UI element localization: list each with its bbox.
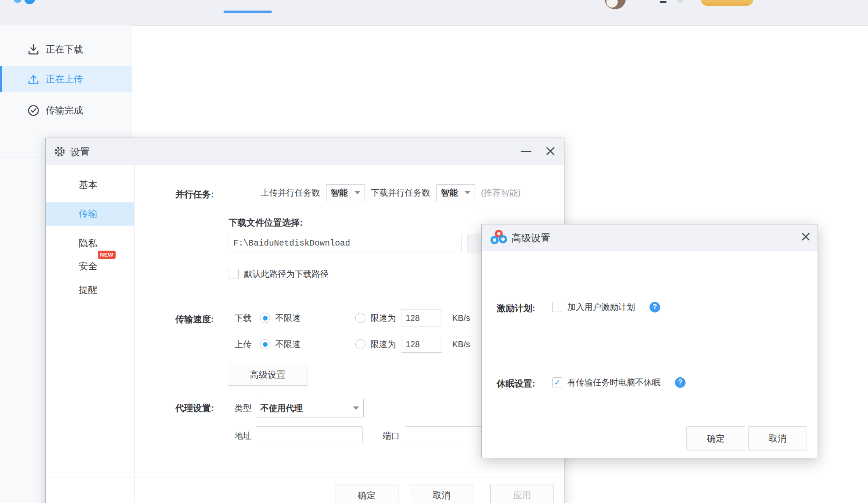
upload-icon	[27, 73, 40, 86]
app-window: 正在下载 正在上传 传输完成 设置	[0, 0, 868, 503]
advanced-dialog-header: 高级设置	[482, 224, 818, 251]
advanced-settings-dialog: 高级设置 激励计划: 加入用户激励计划 ? 休眠设置: 有传输任务时电脑不休眠 …	[481, 224, 818, 458]
speed-unit: KB/s	[452, 313, 470, 323]
advanced-ok-button[interactable]: 确定	[686, 426, 745, 450]
incentive-plan-checkbox[interactable]	[552, 302, 562, 312]
close-icon[interactable]	[800, 231, 811, 242]
speed-row-download: 下载 不限速	[235, 309, 301, 327]
advanced-dialog-title: 高级设置	[511, 232, 550, 245]
tab-label: 传输	[79, 207, 97, 220]
tab-label: 安全	[79, 260, 97, 273]
default-path-label: 默认此路径为下载路径	[244, 268, 329, 280]
tab-label: 提醒	[79, 284, 97, 296]
tab-label: 基本	[79, 179, 97, 191]
settings-tab-privacy[interactable]: 隐私	[46, 232, 134, 255]
select-value: 智能	[331, 187, 348, 199]
limit-label: 限速为	[370, 339, 396, 350]
upload-parallel-select[interactable]: 智能	[326, 184, 365, 201]
incentive-plan-label: 激励计划:	[497, 302, 535, 314]
help-icon[interactable]: ?	[650, 302, 660, 312]
speed-row-upload: 上传 不限速	[235, 335, 301, 353]
settings-ok-button[interactable]: 确定	[335, 484, 398, 503]
chevron-down-icon	[353, 406, 359, 410]
parallel-tasks-row: 上传并行任务数 智能 下载并行任务数 智能 (推荐智能)	[261, 184, 520, 202]
sleep-settings-checkbox[interactable]	[552, 377, 562, 387]
settings-apply-button[interactable]: 应用	[490, 484, 554, 503]
sidebar-item-uploading[interactable]: 正在上传	[0, 66, 132, 92]
advanced-cancel-button[interactable]: 取消	[748, 426, 807, 450]
app-logo-icon	[14, 0, 22, 3]
sidebar-item-label: 正在上传	[46, 73, 83, 86]
speed-limit-upload: 限速为 KB/s	[355, 335, 470, 353]
cropped-toolbar-icon	[660, 1, 666, 3]
limit-label: 限速为	[370, 312, 396, 324]
settings-cancel-button[interactable]: 取消	[410, 484, 473, 503]
check-circle-icon	[27, 104, 40, 117]
download-path-input[interactable]	[229, 234, 462, 252]
upload-limit-radio[interactable]	[355, 339, 365, 349]
settings-nav: 基本 传输 隐私 安全 NEW 提醒	[46, 165, 135, 503]
minimize-icon[interactable]	[521, 151, 531, 152]
proxy-address-input[interactable]	[256, 426, 363, 443]
chevron-down-icon	[464, 191, 470, 194]
settings-tab-reminder[interactable]: 提醒	[46, 278, 134, 302]
netdisk-logo-icon	[490, 230, 507, 245]
sleep-settings-label: 休眠设置:	[497, 378, 535, 390]
proxy-settings-label: 代理设置:	[175, 402, 214, 414]
tab-label: 隐私	[79, 237, 97, 250]
sidebar-item-downloading[interactable]: 正在下载	[0, 36, 132, 63]
default-path-row: 默认此路径为下载路径	[229, 268, 329, 279]
upload-limit-input[interactable]	[401, 336, 442, 353]
parallel-hint: (推荐智能)	[481, 187, 520, 199]
proxy-type-select[interactable]: 不使用代理	[256, 399, 364, 417]
close-icon[interactable]	[545, 145, 556, 157]
download-parallel-select[interactable]: 智能	[436, 184, 475, 201]
gear-icon	[53, 145, 66, 158]
footer-divider	[46, 478, 563, 478]
download-unlimited-radio[interactable]	[260, 313, 270, 323]
new-badge: NEW	[98, 251, 116, 259]
settings-dialog-title: 设置	[70, 146, 90, 159]
unlimited-label: 不限速	[275, 339, 301, 350]
speed-unit: KB/s	[452, 340, 470, 349]
download-location-label: 下载文件位置选择:	[229, 217, 303, 229]
sleep-settings-row: 有传输任务时电脑不休眠 ?	[552, 375, 686, 390]
sidebar-item-label: 传输完成	[46, 104, 83, 117]
parallel-tasks-label: 并行任务:	[175, 188, 214, 200]
upload-unlimited-radio[interactable]	[260, 339, 270, 349]
speed-row-name: 上传	[235, 339, 252, 350]
sidebar-item-label: 正在下载	[46, 43, 83, 56]
sidebar-item-completed[interactable]: 传输完成	[0, 97, 132, 124]
default-path-checkbox[interactable]	[229, 269, 239, 279]
transfer-speed-label: 传输速度:	[175, 313, 214, 325]
select-value: 不使用代理	[260, 403, 303, 414]
download-limit-radio[interactable]	[355, 313, 365, 323]
avatar[interactable]	[605, 0, 626, 9]
settings-tab-transfer[interactable]: 传输	[46, 202, 134, 226]
proxy-type-label: 类型	[235, 403, 252, 414]
settings-tab-security[interactable]: 安全 NEW	[46, 254, 134, 278]
select-value: 智能	[441, 187, 458, 199]
download-icon	[27, 43, 40, 56]
unlimited-label: 不限速	[275, 312, 301, 324]
active-tab-underline	[224, 11, 272, 13]
proxy-address-label: 地址	[235, 430, 252, 442]
settings-tab-basic[interactable]: 基本	[46, 173, 134, 197]
download-parallel-label: 下载并行任务数	[371, 187, 430, 199]
proxy-port-label: 端口	[383, 430, 400, 442]
app-logo-icon	[24, 0, 35, 4]
vip-button[interactable]	[701, 0, 753, 6]
incentive-plan-checkbox-label: 加入用户激励计划	[567, 301, 635, 313]
incentive-plan-row: 加入用户激励计划 ?	[552, 300, 660, 314]
advanced-settings-button[interactable]: 高级设置	[228, 364, 307, 386]
help-icon[interactable]: ?	[675, 377, 686, 388]
cropped-toolbar-icon	[678, 0, 683, 3]
speed-limit-download: 限速为 KB/s	[355, 309, 470, 327]
speed-row-name: 下载	[235, 312, 252, 324]
download-limit-input[interactable]	[401, 310, 442, 326]
chevron-down-icon	[354, 191, 360, 194]
sleep-settings-checkbox-label: 有传输任务时电脑不休眠	[567, 377, 661, 388]
top-bar	[0, 0, 868, 26]
upload-parallel-label: 上传并行任务数	[261, 187, 320, 199]
settings-titlebar: 设置	[46, 138, 564, 165]
